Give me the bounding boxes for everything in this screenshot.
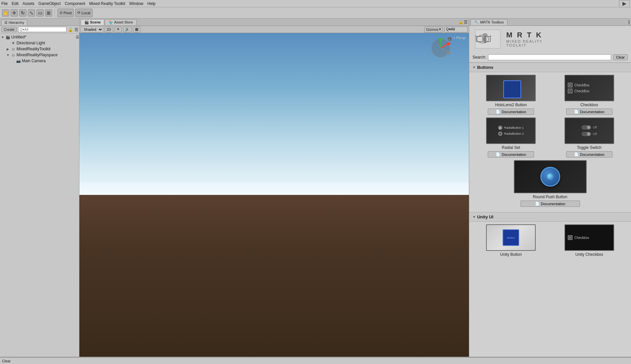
cb-box1: ✓: [568, 83, 572, 87]
doc-label-checkbox: Documentation: [580, 110, 605, 114]
tree-label-mrtk: MixedRealityToolkit: [17, 47, 51, 51]
hololen2-doc-btn[interactable]: 📄 Documentation: [488, 109, 534, 115]
toggle-row2: Off: [582, 132, 597, 136]
tree-arrow-directional-light: [5, 40, 11, 46]
tree-label-playspace: MixedRealityPlayspace: [17, 53, 58, 57]
menu-assets[interactable]: Assets: [23, 1, 34, 6]
tree-item-untitled[interactable]: ▼ 🎬 Untitled* ☰: [0, 34, 79, 40]
hierarchy-tab[interactable]: ☰ Hierarchy: [1, 20, 27, 25]
hierarchy-panel: ☰ Hierarchy Create 🔒 ☰ ▼ 🎬 Untitled* ☰ ☀…: [0, 19, 79, 357]
unity-cb-row1: ✓ Checkbox: [568, 235, 589, 240]
menu-mrtk[interactable]: Mixed Reality Toolkit: [89, 1, 125, 6]
hololen2-preview-text: My Button: [506, 87, 518, 90]
tool-rotate[interactable]: ↻: [19, 9, 26, 17]
audio-btn[interactable]: 🔊: [123, 26, 132, 32]
roundpush-doc-btn[interactable]: 📄 Documentation: [520, 201, 580, 207]
hierarchy-tab-bar: ☰ Hierarchy: [0, 19, 79, 26]
menu-gameobject[interactable]: GameObject: [38, 1, 61, 6]
pivot-button[interactable]: ⊙ Pivot: [57, 9, 74, 17]
hierarchy-create-btn[interactable]: Create: [1, 27, 17, 32]
toggle-row1: Off: [582, 125, 597, 129]
unityui-section-header[interactable]: ▼ Unity UI: [469, 212, 631, 222]
2d-toggle[interactable]: 2D: [105, 26, 113, 32]
tree-item-directional-light[interactable]: ☀ Directional Light: [5, 40, 79, 46]
toolbar-separator: [55, 9, 55, 17]
menu-component[interactable]: Component: [65, 1, 85, 6]
tree-label-maincamera: Main Camera: [22, 59, 46, 63]
tool-item-radialset: RadialButton 1 RadialButton 2 Radial Set…: [481, 117, 541, 158]
mrtk-expand-icon[interactable]: ⟩: [628, 20, 630, 25]
tool-item-checkbox: ✓ CheckBox CheckBox Checkbox 📄 Documenta…: [560, 75, 619, 115]
mrtk-subtitle-line2: TOOLKIT: [506, 43, 543, 47]
status-bar-clear: Clear: [2, 359, 11, 363]
round-push-inner: [547, 173, 554, 180]
toggleswitch-preview[interactable]: Off Off: [564, 117, 614, 144]
tool-transform[interactable]: ⊞: [45, 9, 52, 17]
menu-edit[interactable]: Edit: [12, 1, 19, 6]
gizmos-filter-input[interactable]: [444, 26, 468, 32]
gizmos-label: Gizmos: [426, 27, 438, 31]
mrtk-clear-button[interactable]: Clear: [613, 54, 628, 60]
hierarchy-menu-icon[interactable]: ☰: [74, 27, 78, 32]
tree-item-playspace[interactable]: ▼ ◇ MixedRealityPlayspace: [5, 52, 79, 58]
radialset-preview[interactable]: RadialButton 1 RadialButton 2: [486, 117, 536, 144]
play-button[interactable]: ▶: [619, 0, 630, 7]
tool-scale[interactable]: ⤡: [28, 9, 35, 17]
tree-item-mrtk[interactable]: ▶ ◇ MixedRealityToolkit: [5, 46, 79, 52]
radialset-doc-btn[interactable]: 📄 Documentation: [488, 151, 534, 158]
menu-help[interactable]: Help: [147, 1, 156, 6]
scene-gizmo[interactable]: Y Z x: [429, 36, 452, 60]
hierarchy-lock-icon[interactable]: 🔒: [68, 27, 73, 32]
shading-dropdown[interactable]: Shaded: [81, 26, 103, 32]
tool-move[interactable]: ✛: [11, 9, 18, 17]
doc-icon-hololen2: 📄: [496, 110, 500, 114]
local-button[interactable]: ⟳ Local: [75, 9, 92, 17]
scene-tab-scene-label: Scene: [90, 20, 101, 24]
scene-menu-icon[interactable]: ☰: [464, 20, 468, 24]
mrtk-search-input[interactable]: [488, 54, 611, 60]
unity-btn-preview[interactable]: Button: [486, 224, 536, 251]
lighting-btn[interactable]: ☀: [114, 26, 122, 32]
mrtk-tab[interactable]: 🔧 MRTK Toolbox: [471, 19, 508, 25]
hololen2-preview[interactable]: My Button: [486, 75, 536, 101]
scene-tab-scene[interactable]: 🎬 Scene: [81, 19, 104, 25]
roundpush-preview[interactable]: [514, 160, 587, 193]
unity-cb-preview[interactable]: ✓ Checkbox: [564, 224, 614, 251]
roundpush-name: Round Push Button: [533, 195, 567, 199]
cb-box2: [568, 89, 572, 93]
tool-item-hololen2: My Button HoloLens2 Button 📄 Documentati…: [481, 75, 541, 115]
scene-lock-icon[interactable]: 🔒: [458, 20, 463, 24]
menu-window[interactable]: Window: [129, 1, 144, 6]
buttons-grid: My Button HoloLens2 Button 📄 Documentati…: [469, 72, 631, 212]
menu-file[interactable]: File: [1, 1, 8, 6]
unity-cb-name: Unity Checkbox: [575, 252, 603, 257]
toggleswitch-doc-btn[interactable]: 📄 Documentation: [566, 151, 612, 158]
rb-circle2: [498, 132, 502, 136]
tool-hand[interactable]: ✋: [2, 9, 9, 17]
svg-text:Z: Z: [449, 42, 451, 45]
buttons-section-header[interactable]: ▼ Buttons: [469, 63, 631, 72]
gameobj-icon-playspace: ◇: [11, 52, 16, 58]
hierarchy-search-input[interactable]: [18, 27, 67, 32]
gizmos-btn[interactable]: Gizmos ▾: [424, 26, 443, 32]
tree-arrow-maincamera: [11, 58, 16, 64]
unityui-section-label: Unity UI: [477, 214, 493, 219]
tree-arrow-playspace: ▼: [5, 52, 11, 58]
scene-viewport[interactable]: < Persp Y Z x: [79, 33, 469, 357]
tool-item-unity-cb: ✓ Checkbox Unity Checkbox: [560, 224, 619, 258]
doc-icon-roundpush: 📄: [535, 202, 540, 206]
mrtk-tab-label: MRTK Toolbox: [480, 20, 504, 24]
scene-tab-asset-store[interactable]: 🏪 Asset Store: [105, 19, 136, 25]
checkbox-doc-btn[interactable]: 📄 Documentation: [566, 109, 612, 115]
tool-item-roundpush: Round Push Button 📄 Documentation: [472, 160, 628, 207]
hierarchy-item-menu[interactable]: ☰: [76, 35, 79, 39]
mrtk-logo-svg: [474, 29, 501, 49]
effects-btn[interactable]: ▦: [133, 26, 140, 32]
gizmos-arrow: ▾: [439, 27, 441, 31]
tree-item-maincamera[interactable]: 📷 Main Camera: [11, 58, 79, 64]
doc-label-hololen2: Documentation: [502, 110, 526, 114]
toggleswitch-name: Toggle Switch: [577, 145, 602, 150]
status-bar: Clear: [0, 357, 631, 364]
checkbox-preview[interactable]: ✓ CheckBox CheckBox: [564, 75, 614, 101]
tool-rect[interactable]: ▭: [36, 9, 44, 17]
